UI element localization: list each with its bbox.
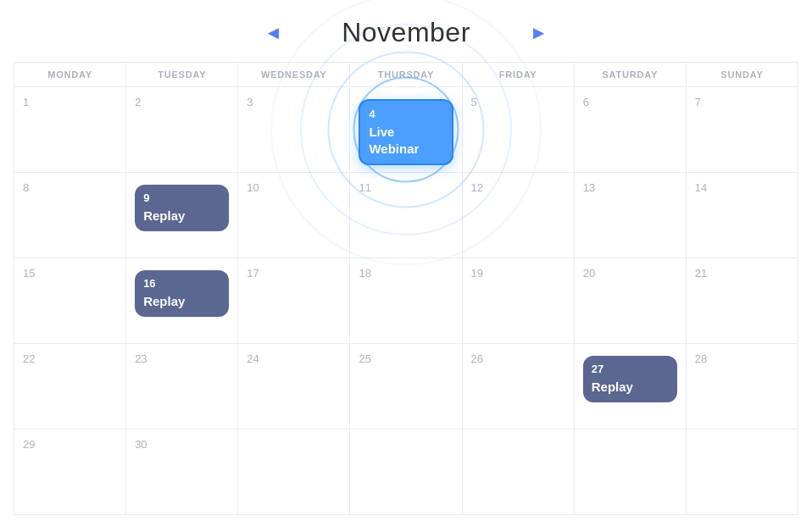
date-3: 3 [247,96,253,108]
date-13: 13 [583,181,595,194]
date-5: 5 [471,96,477,108]
cell-empty-4 [575,430,687,515]
calendar: ◄ November ► MONDAY TUESDAY WEDNESDAY TH… [0,0,812,521]
cell-11: 11 [350,173,462,258]
cell-empty-3 [463,430,575,515]
cell-3: 3 [238,87,350,173]
cell-2: 2 [126,87,238,173]
date-20: 20 [583,267,595,280]
cell-21: 21 [687,258,798,344]
replay-27-date: 27 [592,363,669,375]
date-22: 22 [23,352,35,365]
cell-empty-1 [238,430,350,515]
day-header-friday: FRIDAY [463,63,575,87]
date-7: 7 [695,96,701,108]
day-header-tuesday: TUESDAY [126,63,238,87]
replay-27-label: Replay [592,379,669,396]
cell-6: 6 [575,87,687,173]
day-header-wednesday: WEDNESDAY [238,63,350,87]
replay-card-16[interactable]: 16 Replay [135,270,229,317]
day-header-sunday: SUNDAY [687,63,798,87]
cell-empty-2 [350,430,462,515]
date-11: 11 [359,181,370,194]
live-webinar-date: 4 [369,108,442,120]
date-30: 30 [135,438,147,451]
cell-17: 17 [238,258,350,344]
replay-16-label: Replay [143,293,220,310]
date-23: 23 [135,352,147,365]
calendar-grid: 1 2 3 4 LiveWebinar 5 [14,87,798,515]
cell-25: 25 [350,344,462,430]
replay-card-9[interactable]: 9 Replay [135,185,229,231]
date-12: 12 [471,181,483,194]
replay-9-label: Replay [143,208,220,224]
date-10: 10 [247,181,259,194]
cell-4: 4 LiveWebinar [350,87,462,173]
cell-23: 23 [126,344,238,430]
date-1: 1 [23,96,29,108]
cell-26: 26 [463,344,575,430]
date-19: 19 [471,267,483,280]
cell-14: 14 [687,173,798,258]
cell-8: 8 [14,173,126,258]
cell-empty-5 [687,430,798,515]
replay-card-27[interactable]: 27 Replay [583,356,677,402]
date-2: 2 [135,96,141,108]
prev-month-button[interactable]: ◄ [255,19,291,47]
date-18: 18 [359,267,370,280]
cell-16: 16 Replay [126,258,238,344]
day-header-saturday: SATURDAY [575,63,687,87]
cell-13: 13 [575,173,687,258]
cell-20: 20 [575,258,687,344]
replay-16-date: 16 [143,277,220,290]
live-webinar-card[interactable]: 4 LiveWebinar [359,99,453,165]
day-header-monday: MONDAY [14,63,126,87]
cell-1: 1 [14,87,126,173]
date-17: 17 [247,267,259,280]
cell-7: 7 [687,87,798,173]
cell-29: 29 [14,430,126,515]
date-15: 15 [23,267,35,280]
date-21: 21 [695,267,707,280]
cell-28: 28 [687,344,798,430]
cell-9: 9 Replay [126,173,238,258]
cell-12: 12 [463,173,575,258]
date-28: 28 [695,352,707,365]
date-29: 29 [23,438,35,451]
cell-18: 18 [350,258,462,344]
date-8: 8 [23,181,29,194]
cell-22: 22 [14,344,126,430]
replay-9-date: 9 [143,191,220,204]
date-6: 6 [583,96,589,108]
cell-30: 30 [126,430,238,515]
next-month-button[interactable]: ► [521,19,557,47]
date-14: 14 [695,181,707,194]
cell-15: 15 [14,258,126,344]
cell-24: 24 [238,344,350,430]
cell-5: 5 [463,87,575,173]
cell-27: 27 Replay [575,344,687,430]
cell-19: 19 [463,258,575,344]
day-headers: MONDAY TUESDAY WEDNESDAY THURSDAY FRIDAY… [14,62,798,87]
calendar-header: ◄ November ► [14,0,798,62]
live-webinar-label: LiveWebinar [369,124,442,157]
date-25: 25 [359,352,370,365]
month-title: November [342,17,470,48]
date-26: 26 [471,352,483,365]
cell-10: 10 [238,173,350,258]
date-24: 24 [247,352,259,365]
day-header-thursday: THURSDAY [350,63,462,87]
